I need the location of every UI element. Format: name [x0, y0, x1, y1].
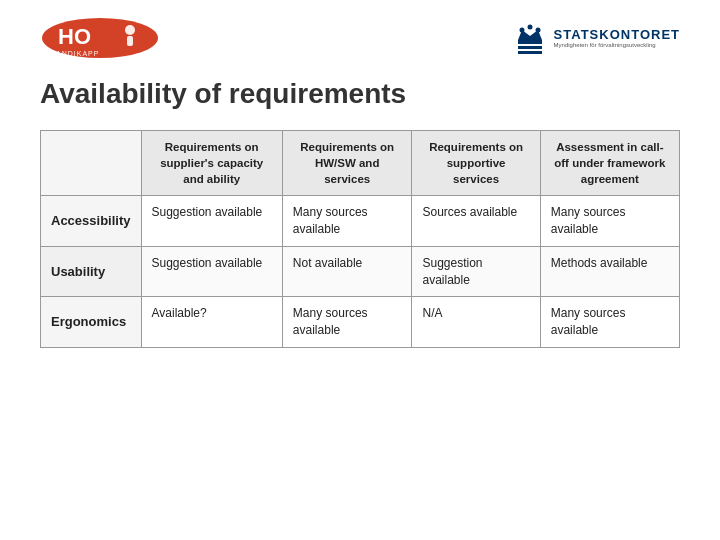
col-header-supportive: Requirements on supportive services — [412, 131, 540, 196]
row-category-usability: Usability — [41, 246, 142, 297]
row-accessibility-col3: Sources available — [412, 196, 540, 247]
table-row: Accessibility Suggestion available Many … — [41, 196, 680, 247]
row-accessibility-col1: Suggestion available — [141, 196, 282, 247]
statskontoret-icon — [514, 20, 546, 56]
logo-left: HO HANDIKAPP — [40, 16, 160, 60]
svg-text:HANDIKAPP: HANDIKAPP — [50, 50, 99, 57]
row-usability-col1: Suggestion available — [141, 246, 282, 297]
requirements-table: Requirements on supplier's capacity and … — [40, 130, 680, 348]
svg-rect-6 — [518, 46, 542, 49]
svg-point-11 — [535, 28, 540, 33]
logo-right: STATSKONTORET Myndigheten för förvaltnin… — [514, 20, 680, 56]
row-usability-col2: Not available — [282, 246, 412, 297]
svg-rect-5 — [518, 40, 542, 44]
page: HO HANDIKAPP STATSKONTO — [0, 0, 720, 540]
row-category-accessibility: Accessibility — [41, 196, 142, 247]
table-row: Usability Suggestion available Not avail… — [41, 246, 680, 297]
row-ergonomics-col4: Many sources available — [540, 297, 679, 348]
row-ergonomics-col3: N/A — [412, 297, 540, 348]
row-category-ergonomics: Ergonomics — [41, 297, 142, 348]
row-accessibility-col2: Many sources available — [282, 196, 412, 247]
table-header-row: Requirements on supplier's capacity and … — [41, 131, 680, 196]
col-header-supplier: Requirements on supplier's capacity and … — [141, 131, 282, 196]
col-header-hwsw: Requirements on HW/SW and services — [282, 131, 412, 196]
svg-rect-4 — [127, 36, 133, 46]
svg-rect-7 — [518, 51, 542, 54]
statskontoret-brand: STATSKONTORET Myndigheten för förvaltnin… — [554, 27, 680, 49]
table-row: Ergonomics Available? Many sources avail… — [41, 297, 680, 348]
statskontoret-subtext: Myndigheten för förvaltningsutveckling — [554, 42, 656, 49]
header: HO HANDIKAPP STATSKONTO — [40, 16, 680, 60]
col-header-category — [41, 131, 142, 196]
row-accessibility-col4: Many sources available — [540, 196, 679, 247]
svg-point-9 — [519, 28, 524, 33]
col-header-assessment: Assessment in call-off under framework a… — [540, 131, 679, 196]
svg-point-3 — [125, 25, 135, 35]
row-ergonomics-col2: Many sources available — [282, 297, 412, 348]
row-usability-col3: Suggestion available — [412, 246, 540, 297]
page-title: Availability of requirements — [40, 78, 680, 110]
row-usability-col4: Methods available — [540, 246, 679, 297]
svg-text:HO: HO — [58, 24, 91, 49]
statskontoret-name: STATSKONTORET — [554, 27, 680, 42]
svg-point-10 — [527, 25, 532, 30]
row-ergonomics-col1: Available? — [141, 297, 282, 348]
